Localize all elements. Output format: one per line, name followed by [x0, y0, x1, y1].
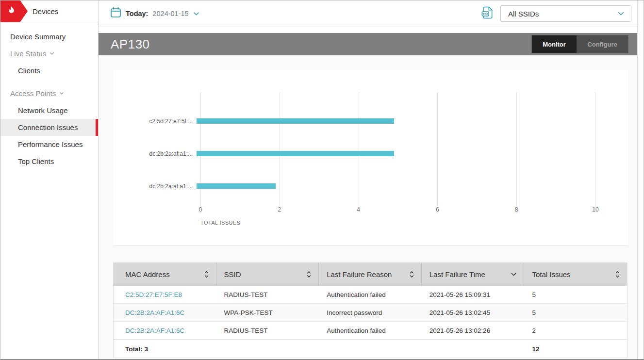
sidebar-item-connection-issues[interactable]: Connection Issues — [0, 119, 98, 136]
topbar: Today: 2024-01-15 PDF — [99, 0, 637, 27]
chevron-down-icon — [617, 9, 625, 18]
configure-button[interactable]: Configure — [577, 35, 628, 53]
time-cell: 2021-05-26 13:02:26 — [422, 327, 525, 334]
content-area: c2:5d:27:e7:5f:... dc:2b:2a:af:a1:... dc… — [99, 55, 637, 359]
issues-bar[interactable] — [197, 118, 394, 124]
table-total-row: Total: 3 12 — [114, 340, 627, 358]
sidebar-group-access-points[interactable]: Access Points — [0, 85, 98, 102]
issues-cell: 2 — [524, 327, 627, 334]
column-header-total-issues[interactable]: Total Issues — [524, 262, 627, 286]
issues-bar[interactable] — [197, 183, 276, 189]
pdf-export-button[interactable]: PDF — [481, 6, 493, 21]
sidebar-item-label: Connection Issues — [18, 123, 78, 131]
axis-tick: 4 — [357, 206, 360, 213]
sidebar-group-live-status[interactable]: Live Status — [0, 45, 98, 62]
sidebar-item-label: Device Summary — [10, 33, 66, 41]
sidebar-item-device-summary[interactable]: Device Summary — [0, 28, 98, 45]
active-indicator — [96, 119, 98, 136]
sort-both-icon — [306, 271, 312, 278]
date-picker[interactable]: Today: 2024-01-15 — [110, 7, 199, 20]
issues-bar[interactable] — [197, 151, 394, 156]
pdf-icon: PDF — [481, 6, 493, 21]
reason-cell: Authentication failed — [319, 291, 422, 298]
total-label: Total: 3 — [114, 345, 216, 353]
issues-cell: 5 — [524, 291, 627, 298]
sidebar-item-network-usage[interactable]: Network Usage — [0, 102, 98, 119]
sidebar-item-clients[interactable]: Clients — [0, 62, 98, 79]
ssid-select[interactable]: All SSIDs — [500, 5, 631, 22]
column-header-mac-address[interactable]: MAC Address — [114, 262, 216, 286]
sidebar-item-label: Network Usage — [18, 106, 68, 115]
date-label: Today: — [126, 10, 148, 17]
connection-issues-table: MAC Address SSID Last Failure Reason — [113, 262, 627, 358]
mac-link[interactable]: DC:2B:2A:AF:A1:6C — [125, 309, 184, 316]
reason-cell: Authentication failed — [319, 327, 422, 334]
axis-tick: 0 — [199, 206, 202, 213]
sidebar-item-top-clients[interactable]: Top Clients — [0, 153, 98, 170]
column-header-last-failure-time[interactable]: Last Failure Time — [422, 262, 525, 286]
column-label: Last Failure Time — [429, 270, 485, 278]
mode-toggle: Monitor Configure — [531, 35, 628, 53]
mac-link[interactable]: C2:5D:27:E7:5F:E8 — [125, 291, 182, 298]
column-label: Last Failure Reason — [327, 270, 392, 278]
time-cell: 2021-05-26 13:02:45 — [422, 309, 525, 316]
sidebar-nav: Device Summary Live Status Clients Acces… — [0, 22, 98, 170]
mac-cell: C2:5D:27:E7:5F:E8 — [114, 291, 216, 298]
date-value: 2024-01-15 — [152, 10, 188, 17]
axis-tick: 2 — [278, 206, 281, 213]
main-area: Today: 2024-01-15 PDF — [99, 0, 637, 359]
bar-track — [197, 118, 592, 124]
chart-row: dc:2b:2a:af:a1:... — [113, 170, 628, 202]
axis-tick: 6 — [436, 206, 439, 213]
sidebar-item-label: Live Status — [10, 49, 46, 58]
brand-logo — [0, 0, 28, 22]
time-cell: 2021-05-26 15:09:31 — [422, 291, 525, 298]
app-title: Devices — [33, 7, 58, 16]
x-axis-title: TOTAL ISSUES — [200, 220, 628, 226]
app-window: Devices Device Summary Live Status Clien… — [0, 0, 644, 360]
chevron-down-icon — [50, 52, 54, 55]
category-label: dc:2b:2a:af:a1:... — [113, 183, 197, 190]
svg-text:PDF: PDF — [482, 12, 488, 15]
mac-cell: DC:2B:2A:AF:A1:6C — [114, 327, 216, 334]
sidebar-item-label: Performance Issues — [18, 140, 83, 148]
category-label: dc:2b:2a:af:a1:... — [113, 150, 197, 157]
column-label: Total Issues — [532, 270, 570, 278]
scrollbar-track[interactable] — [637, 0, 644, 359]
column-header-last-failure-reason[interactable]: Last Failure Reason — [319, 262, 422, 286]
ssid-selected-value: All SSIDs — [508, 10, 539, 18]
chevron-down-icon — [59, 92, 64, 95]
mac-link[interactable]: DC:2B:2A:AF:A1:6C — [125, 327, 184, 334]
page-title: AP130 — [111, 37, 150, 52]
axis-tick: 8 — [515, 206, 518, 213]
bar-chart: c2:5d:27:e7:5f:... dc:2b:2a:af:a1:... dc… — [113, 105, 628, 202]
category-label: c2:5d:27:e7:5f:... — [113, 118, 197, 125]
sort-both-icon — [615, 271, 620, 278]
bar-track — [197, 183, 592, 189]
sidebar-header: Devices — [0, 0, 98, 22]
column-label: SSID — [224, 270, 241, 278]
sidebar-item-performance-issues[interactable]: Performance Issues — [0, 136, 98, 153]
sidebar-item-label: Access Points — [10, 89, 56, 98]
sort-desc-icon — [511, 272, 517, 277]
ssid-cell: RADIUS-TEST — [216, 327, 319, 334]
reason-cell: Incorrect password — [319, 309, 422, 316]
calendar-icon — [110, 7, 121, 20]
sidebar-item-label: Clients — [18, 66, 40, 75]
chart-row: dc:2b:2a:af:a1:... — [113, 137, 628, 170]
column-header-ssid[interactable]: SSID — [216, 262, 319, 286]
flame-icon — [7, 5, 17, 17]
chevron-down-icon — [193, 9, 199, 18]
device-header: AP130 Monitor Configure — [99, 33, 637, 55]
sort-both-icon — [204, 271, 209, 278]
sort-both-icon — [409, 271, 414, 278]
chart-row: c2:5d:27:e7:5f:... — [113, 105, 628, 137]
mac-cell: DC:2B:2A:AF:A1:6C — [114, 309, 216, 316]
total-issues-value: 12 — [524, 345, 627, 353]
ssid-cell: RADIUS-TEST — [216, 291, 319, 298]
table-row: C2:5D:27:E7:5F:E8 RADIUS-TEST Authentica… — [114, 286, 627, 304]
monitor-button[interactable]: Monitor — [532, 35, 577, 53]
sidebar: Devices Device Summary Live Status Clien… — [0, 0, 99, 359]
table-header: MAC Address SSID Last Failure Reason — [114, 262, 627, 286]
column-label: MAC Address — [125, 270, 170, 278]
